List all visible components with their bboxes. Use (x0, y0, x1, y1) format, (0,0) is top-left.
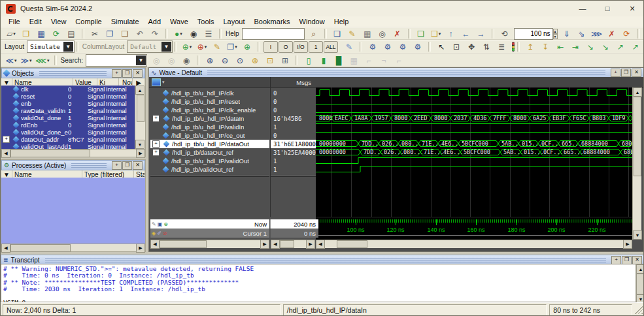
panel-undock-button[interactable]: ❐ (122, 161, 132, 170)
wave-name-row[interactable]: /hdl_ip_tb/u_hdl_IP/validIn (150, 123, 269, 131)
panel-close-button[interactable]: ✕ (133, 69, 143, 78)
panel-grip[interactable] (207, 71, 605, 75)
objects-panel-header[interactable]: Objects +❐✕ (1, 68, 145, 78)
zoom-between-cursors-button[interactable]: ⊡ (263, 54, 277, 67)
menu-add[interactable]: Add (144, 17, 166, 27)
restart-button[interactable]: ⟲ (498, 27, 512, 40)
paste-button[interactable]: ❏ (118, 27, 132, 40)
wave-value-row[interactable]: 1 (271, 165, 316, 174)
prev-falling-edge-button[interactable]: ↘ (583, 40, 598, 53)
search-up-button[interactable]: ◎ (164, 54, 178, 67)
add-to-list-button[interactable]: ⊕▾ (195, 40, 209, 53)
show-inputs-button[interactable]: I (263, 41, 278, 53)
wave-canvas-hscrollbar[interactable]: ◀▶ (316, 240, 632, 248)
expander-icon[interactable]: + (152, 140, 160, 148)
copy-view-button[interactable]: ❐▾ (225, 40, 239, 53)
search-options-button[interactable]: ◉ (179, 54, 194, 67)
group-collapse-button[interactable]: ≪▾ (4, 54, 18, 67)
forward-button[interactable]: → (474, 27, 488, 40)
menu-file[interactable]: File (4, 17, 25, 27)
expanded-time-off-button[interactable]: ▦ (347, 54, 361, 67)
maximize-button[interactable]: □ (595, 1, 620, 16)
wave-names-hscrollbar[interactable]: ◀▶ (150, 240, 269, 248)
chevron-down-icon[interactable]: ▼ (63, 42, 73, 52)
wave-options-gear2-button[interactable]: ⚙ (381, 40, 395, 53)
objects-row-validout-lastaddr[interactable]: validOut_lastAddr1SignalInternal (1, 143, 135, 149)
menu-tools[interactable]: Tools (193, 17, 219, 27)
objects-row-validout-done[interactable]: validOut_done1SignalInternal (1, 114, 135, 121)
wave-value-row[interactable]: 31'h25EA4000 (271, 148, 316, 157)
wave-value-row[interactable]: 0 (271, 106, 316, 114)
new-file-button[interactable]: ▱▾ (4, 27, 18, 40)
processes-list[interactable] (1, 178, 145, 244)
run-button[interactable]: ⇓ (560, 27, 574, 40)
reload-button[interactable]: ⟳ (49, 27, 63, 40)
pan-mode-button[interactable]: ✥ (464, 40, 479, 53)
wave-name-row[interactable]: +/hdl_ip_tb/dataOut_ref (150, 148, 269, 157)
wave-cursor-row[interactable]: ◈ ✐ ⊘ Cursor 1 (150, 229, 269, 238)
menu-edit[interactable]: Edit (25, 17, 46, 27)
objects-row-dataout-addr[interactable]: +dataOut_addr8'hC7SignalInternal (1, 136, 135, 143)
wave-now-row[interactable]: ✎ ▣ ⊕ Now (150, 219, 269, 229)
search-input[interactable]: ▼ (86, 54, 147, 67)
transcript-log[interactable]: # ** Warning: NUMERIC_STD.">=": metavalu… (1, 264, 644, 302)
wave-value-row[interactable]: 0 (271, 89, 316, 97)
chevron-down-icon[interactable]: ▾ (162, 80, 165, 85)
processes-panel-header[interactable]: ⚙ Processes (Active) +❐✕ (1, 160, 145, 170)
compile-order-button[interactable]: ▦ (360, 27, 375, 40)
show-outputs-button[interactable]: O (279, 41, 293, 53)
prev-rising-edge-button[interactable]: ↗ (613, 40, 628, 53)
move-top-button[interactable]: ↑ (444, 27, 458, 40)
pencil-icon[interactable]: ✎ (152, 221, 156, 227)
wave-value-row[interactable]: 0 (271, 97, 316, 106)
objects-horizontal-scrollbar[interactable]: ◀▶ (1, 149, 145, 157)
group-expand-button[interactable]: ≫▾ (19, 54, 33, 67)
compile-button[interactable]: ❏ (330, 27, 345, 40)
run-continue-button[interactable]: ⇘ (575, 27, 589, 40)
insert-cursor-button[interactable]: ↥ (523, 40, 537, 53)
run-length-input[interactable] (514, 28, 553, 40)
wave-options-gear3-button[interactable]: ⚙ (396, 40, 410, 53)
wave-value-row[interactable]: 1 (271, 123, 316, 131)
run-length-input-spinner[interactable]: ▲▼ (553, 29, 558, 39)
undo-button[interactable]: ↶ (133, 27, 147, 40)
back-button[interactable]: ← (459, 27, 473, 40)
menu-simulate[interactable]: Simulate (107, 17, 144, 27)
processes-horizontal-scrollbar[interactable]: ◀▶ (1, 244, 145, 251)
expanded-time-event-button[interactable]: ¬ (377, 54, 391, 67)
print-button[interactable]: ▤ (64, 27, 78, 40)
panel-add-button[interactable]: + (611, 256, 621, 264)
expander-icon[interactable]: + (152, 149, 160, 156)
objects-vertical-scrollbar[interactable]: ▲▼ (135, 86, 145, 149)
help-search-input[interactable] (242, 28, 305, 40)
menu-layout[interactable]: Layout (219, 17, 250, 27)
objects-list[interactable]: clk0SignalInternalreset0SignalInternalen… (1, 86, 135, 149)
layout-select[interactable]: Simulate▼ (27, 40, 75, 53)
show-drivers-button[interactable]: ▮ (316, 54, 331, 67)
zoom-window-button[interactable]: ❏▾ (429, 27, 443, 40)
objects-row-reset[interactable]: reset0SignalInternal (1, 93, 135, 100)
next-transition-button[interactable]: ⇥ (568, 40, 583, 53)
panel-grip[interactable] (71, 163, 107, 168)
wave-name-row[interactable]: /hdl_ip_tb/u_hdl_IP/clk (150, 89, 269, 97)
add-icon[interactable]: ⊕ (163, 221, 168, 227)
help-search-button[interactable]: ⌕ (307, 27, 321, 40)
objects-row-rawdata-validin[interactable]: rawData_validIn1SignalInternal (1, 107, 135, 114)
wrench-icon[interactable]: ✐ (157, 230, 161, 236)
cursor-mode-button[interactable]: ⇅ (479, 40, 494, 53)
camera-icon[interactable]: ▣ (158, 221, 163, 227)
wave-value-row[interactable]: 31'h6E1A8000 (271, 140, 316, 148)
zoom-mode-button[interactable]: ⊡ (449, 40, 464, 53)
edit-breakpoints-button[interactable]: ✎ (210, 40, 224, 53)
compile-summary-button[interactable]: ✗ (390, 27, 405, 40)
zoom-in-button[interactable]: ⊕ (203, 54, 217, 67)
menu-window[interactable]: Window (295, 17, 330, 27)
delete-cursor-button[interactable]: ↧ (538, 40, 552, 53)
break-button[interactable]: ✗ (605, 27, 619, 40)
waveform-canvas[interactable]: 8000EAEC1A8A195780002EED800020374D367FFF… (316, 87, 632, 217)
expander-icon[interactable]: + (152, 115, 160, 122)
find-button[interactable]: ◉ (186, 27, 201, 40)
panel-close-button[interactable]: ✕ (133, 161, 143, 170)
objects-row-enb[interactable]: enb0SignalInternal (1, 100, 135, 107)
show-readers-button[interactable]: █ (331, 54, 346, 67)
